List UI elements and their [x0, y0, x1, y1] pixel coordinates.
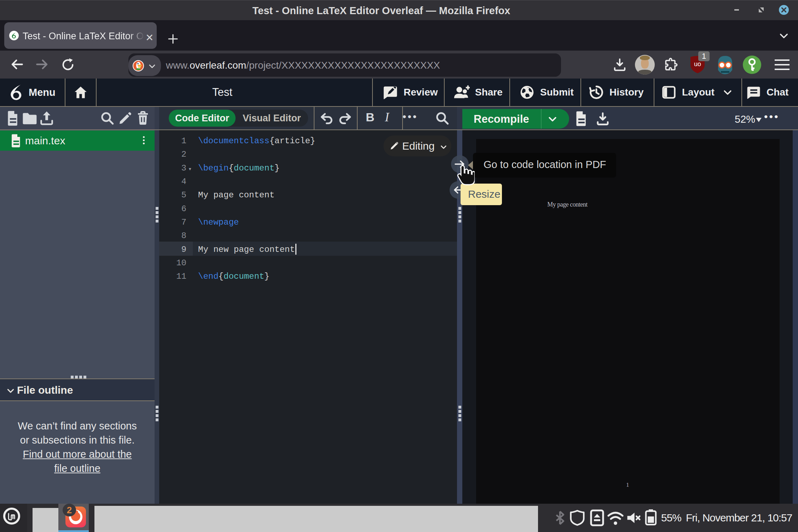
svg-text:uo: uo — [694, 60, 701, 68]
